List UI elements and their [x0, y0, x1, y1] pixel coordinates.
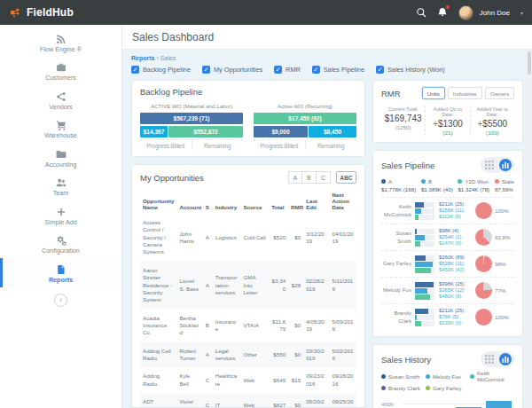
cell-rmr: $0: [288, 342, 303, 368]
legend-dot: [381, 374, 386, 379]
grid-view-icon[interactable]: [483, 161, 496, 169]
column-header[interactable]: Industry: [213, 188, 241, 214]
cell-account: Robert Turner: [176, 342, 202, 368]
bar-b: [415, 262, 434, 267]
sidebar-item-label: Vendors: [0, 103, 121, 111]
search-icon[interactable]: [416, 7, 426, 18]
sidebar-item[interactable]: Flow Engine ®: [0, 27, 121, 57]
column-header[interactable]: S: [203, 188, 213, 214]
cell-last-edit: 3/12/2019: [303, 214, 329, 262]
legend-dot: [381, 386, 386, 390]
card-title: Sales History: [381, 355, 431, 365]
legend-item: Melody Fox: [426, 370, 470, 382]
table-row[interactable]: Access Control / Security / Camera Syste…: [140, 214, 356, 262]
legend-item: Y2D Won $1,324K (78): [458, 178, 489, 192]
sidebar-collapse-button[interactable]: ‹: [54, 294, 67, 307]
grade-filter-button[interactable]: B: [302, 171, 317, 184]
table-row[interactable]: Acadia Insurance Co Bertha Stickland B I…: [140, 310, 356, 342]
sidebar-item[interactable]: Vendors: [0, 85, 121, 114]
breadcrumb-link[interactable]: Reports: [131, 55, 154, 61]
backlog-footer-label: Remaining: [306, 140, 357, 150]
table-row[interactable]: Adding Radio Kyle Bell C Healthcare Web …: [140, 367, 356, 393]
brand[interactable]: FieldHub: [9, 6, 74, 20]
grade-filter-button[interactable]: C: [317, 171, 331, 184]
cell-account: Bertha Stickland: [176, 310, 202, 342]
cart-icon: [0, 118, 121, 129]
sidebar-item[interactable]: Customers: [0, 57, 121, 86]
cell-industry: Legal services: [213, 342, 241, 368]
column-header[interactable]: Last Edit: [303, 188, 329, 214]
bar-y2d-won: [415, 215, 434, 220]
filter-checkbox[interactable]: Sales Pipeline: [312, 66, 364, 74]
column-header[interactable]: RMR: [288, 188, 303, 214]
cell-next-action-date: 09/25/2016: [329, 393, 356, 408]
backlog-progress-billed-bar: $9,000: [254, 126, 308, 137]
salesperson-name: Melody Fox: [381, 286, 415, 294]
rmr-tab[interactable]: Industries: [448, 87, 482, 99]
brand-name: FieldHub: [27, 6, 74, 19]
filter-checkbox[interactable]: My Opportunities: [202, 66, 262, 74]
bell-icon[interactable]: [437, 7, 448, 18]
table-row[interactable]: Adding Cell Radio Robert Turner A Legal …: [140, 342, 356, 368]
bar-a: [415, 309, 434, 314]
scrollbar[interactable]: [527, 50, 532, 408]
filter-checkbox[interactable]: Sales History (Won): [376, 66, 445, 74]
table-row[interactable]: Aaron Streiter Residence - Security Syst…: [140, 262, 356, 310]
cell-rmr: $0: [288, 310, 303, 342]
table-header-row: Opportunity Name Account S Industry Sour…: [140, 188, 356, 214]
sidebar-item[interactable]: Configuration: [0, 230, 121, 259]
my-opportunities-card: My Opportunities ABC ABC: [131, 164, 365, 408]
y-tick-label: 400K: [381, 401, 394, 407]
avatar[interactable]: [458, 5, 473, 20]
breadcrumb-separator: ›: [156, 55, 158, 61]
cell-source: VTAIA: [240, 310, 269, 342]
column-header[interactable]: Next Action Date: [329, 188, 356, 214]
sidebar-item[interactable]: Accounting: [0, 143, 121, 172]
grade-filter-button[interactable]: A: [288, 171, 302, 184]
column-header[interactable]: Total: [269, 188, 288, 214]
scrollbar-thumb[interactable]: [528, 51, 531, 75]
pipeline-row: Brandy Clark $211K (25) $76K (5): [381, 304, 514, 330]
sidebar-item[interactable]: Simple Add: [0, 200, 121, 230]
value-a: $98K (4): [439, 228, 473, 234]
stale-percent: 98%: [495, 261, 514, 267]
cell-s: A: [203, 262, 213, 310]
bar-b: [415, 315, 434, 320]
bar-y2d-won: [415, 268, 434, 273]
column-header[interactable]: Source: [240, 188, 269, 214]
cell-opportunity-name: Adding Radio: [140, 367, 176, 393]
rmr-tab[interactable]: Units: [422, 87, 445, 99]
rmr-stat: Added Qtr to Date: +$1300 (21): [426, 106, 470, 136]
chart-view-icon[interactable]: [499, 353, 512, 365]
share-icon: [0, 90, 121, 101]
stale-percent: 100%: [495, 208, 514, 214]
backlog-total-bar: $17,450 (92): [254, 113, 356, 124]
cell-total: $11,679: [269, 310, 288, 342]
cell-source: GMA Into Letter: [240, 262, 269, 310]
cell-industry: Transportation services: [213, 262, 241, 310]
rmr-stat: Added Year to Date: +$5500 (100): [471, 106, 514, 136]
chart-view-icon[interactable]: [499, 159, 512, 171]
table-row[interactable]: ADT Takeover Violet Maher C IT Web $827 …: [140, 393, 356, 408]
bar-y2d-won: [415, 321, 434, 326]
backlog-remaining-bar: $552,872: [168, 126, 243, 137]
breadcrumb-current: Sales: [160, 55, 176, 61]
filter-checkbox[interactable]: RMR: [274, 66, 301, 74]
grid-view-icon[interactable]: [483, 355, 496, 364]
column-header[interactable]: Opportunity Name: [140, 188, 176, 214]
filter-checkbox[interactable]: Backlog Pipeline: [131, 66, 191, 74]
grade-filter-abc-button[interactable]: ABC: [336, 171, 356, 184]
cell-last-edit: 09/20/2016: [303, 393, 329, 408]
backlog-footer-label: Remaining: [192, 140, 244, 150]
column-header[interactable]: Account: [176, 188, 202, 214]
sidebar-item[interactable]: Warehouse: [0, 114, 121, 144]
chevron-down-icon[interactable]: ▾: [520, 10, 523, 16]
bar-b: [415, 235, 434, 240]
rmr-tab[interactable]: Owners: [485, 87, 514, 99]
stale-donut: [475, 229, 492, 246]
pipeline-row: Gary Farley $260K (89) $538K (11): [381, 251, 514, 278]
sidebar-item[interactable]: Reports: [0, 258, 121, 287]
cell-total: $520: [269, 214, 288, 262]
user-name[interactable]: John Doe: [480, 9, 510, 17]
sidebar-item[interactable]: Team: [0, 172, 121, 201]
